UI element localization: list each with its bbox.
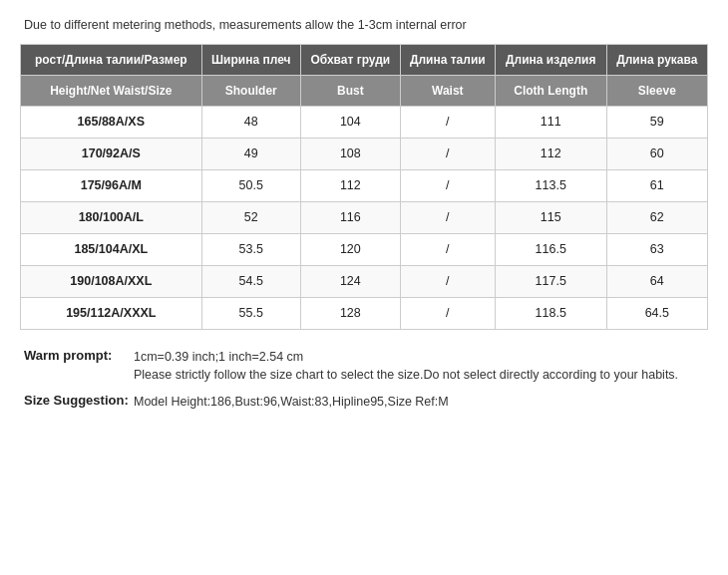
data-cell: 63	[606, 233, 707, 265]
header-row-en: Height/Net Waist/Size Shoulder Bust Wais…	[21, 76, 708, 107]
size-cell: 195/112A/XXXL	[21, 297, 202, 329]
col-header-en-bust: Bust	[300, 76, 400, 107]
data-cell: /	[400, 202, 495, 234]
col-header-en-sleeve: Sleeve	[606, 76, 707, 107]
data-cell: 61	[606, 170, 707, 202]
data-cell: 54.5	[201, 265, 300, 297]
data-cell: /	[400, 265, 495, 297]
col-header-en-length: Cloth Length	[495, 76, 606, 107]
warm-prompt-label: Warm prompt:	[24, 348, 134, 363]
table-body: 165/88A/XS48104/11159170/92A/S49108/1126…	[21, 107, 708, 329]
data-cell: /	[400, 139, 495, 170]
table-row: 195/112A/XXXL55.5128/118.564.5	[21, 297, 708, 329]
data-cell: 128	[300, 297, 400, 329]
data-cell: 50.5	[201, 170, 300, 202]
notice-text: Due to different metering methods, measu…	[20, 18, 708, 32]
table-row: 170/92A/S49108/11260	[21, 139, 708, 170]
footer-section: Warm prompt: 1cm=0.39 inch;1 inch=2.54 c…	[20, 348, 708, 412]
col-header-ru-waist: Длина талии	[400, 45, 495, 76]
data-cell: 115	[495, 202, 606, 234]
data-cell: 62	[606, 202, 707, 234]
data-cell: 49	[201, 139, 300, 170]
data-cell: 124	[300, 265, 400, 297]
col-header-ru-sleeve: Длина рукава	[606, 45, 707, 76]
data-cell: /	[400, 233, 495, 265]
size-cell: 165/88A/XS	[21, 107, 202, 139]
col-header-ru-shoulder: Ширина плеч	[201, 45, 300, 76]
data-cell: 118.5	[495, 297, 606, 329]
size-cell: 185/104A/XL	[21, 233, 202, 265]
data-cell: 59	[606, 107, 707, 139]
warm-prompt-row: Warm prompt: 1cm=0.39 inch;1 inch=2.54 c…	[24, 348, 708, 386]
size-suggestion-label: Size Suggestion:	[24, 393, 134, 408]
size-cell: 175/96A/M	[21, 170, 202, 202]
col-header-en-size: Height/Net Waist/Size	[21, 76, 202, 107]
data-cell: 112	[300, 170, 400, 202]
data-cell: 117.5	[495, 265, 606, 297]
size-cell: 190/108A/XXL	[21, 265, 202, 297]
data-cell: 64	[606, 265, 707, 297]
data-cell: 120	[300, 233, 400, 265]
header-row-ru: рост/Длина талии/Размер Ширина плеч Обхв…	[21, 45, 708, 76]
size-cell: 180/100A/L	[21, 202, 202, 234]
size-suggestion-content: Model Height:186,Bust:96,Waist:83,Hiplin…	[134, 393, 449, 412]
data-cell: 116	[300, 202, 400, 234]
size-table: рост/Длина талии/Размер Ширина плеч Обхв…	[20, 44, 708, 330]
warm-prompt-line1: 1cm=0.39 inch;1 inch=2.54 cm	[134, 348, 678, 367]
table-row: 165/88A/XS48104/11159	[21, 107, 708, 139]
size-suggestion-row: Size Suggestion: Model Height:186,Bust:9…	[24, 393, 708, 412]
table-row: 190/108A/XXL54.5124/117.564	[21, 265, 708, 297]
data-cell: 113.5	[495, 170, 606, 202]
data-cell: 60	[606, 139, 707, 170]
table-row: 185/104A/XL53.5120/116.563	[21, 233, 708, 265]
data-cell: 52	[201, 202, 300, 234]
data-cell: 112	[495, 139, 606, 170]
col-header-ru-bust: Обхват груди	[300, 45, 400, 76]
data-cell: 108	[300, 139, 400, 170]
size-cell: 170/92A/S	[21, 139, 202, 170]
warm-prompt-content: 1cm=0.39 inch;1 inch=2.54 cm Please stri…	[134, 348, 678, 386]
warm-prompt-line2: Please strictly follow the size chart to…	[134, 366, 678, 385]
col-header-en-waist: Waist	[400, 76, 495, 107]
data-cell: 111	[495, 107, 606, 139]
data-cell: /	[400, 297, 495, 329]
col-header-ru-length: Длина изделия	[495, 45, 606, 76]
data-cell: 116.5	[495, 233, 606, 265]
data-cell: 104	[300, 107, 400, 139]
data-cell: 53.5	[201, 233, 300, 265]
data-cell: 48	[201, 107, 300, 139]
table-row: 180/100A/L52116/11562	[21, 202, 708, 234]
col-header-en-shoulder: Shoulder	[201, 76, 300, 107]
data-cell: 55.5	[201, 297, 300, 329]
data-cell: /	[400, 170, 495, 202]
col-header-ru-size: рост/Длина талии/Размер	[21, 45, 202, 76]
data-cell: 64.5	[606, 297, 707, 329]
data-cell: /	[400, 107, 495, 139]
table-row: 175/96A/M50.5112/113.561	[21, 170, 708, 202]
